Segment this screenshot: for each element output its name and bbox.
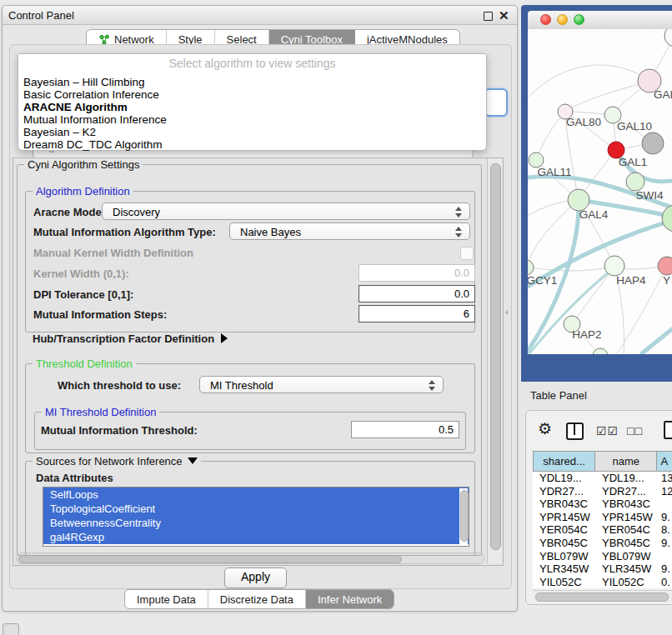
table-cell: YER054C [595,523,658,537]
tab-discretize-data[interactable]: Discretize Data [208,590,306,608]
gear-icon[interactable]: ⚙ [538,421,552,437]
aracne-mode-combobox[interactable]: Discovery [102,202,470,220]
table-row[interactable]: YBR043CYBR043C [533,498,672,511]
table-cell [658,498,672,511]
tab-infer-network[interactable]: Infer Network [306,590,394,608]
table-cell: YLR345W [595,562,658,576]
attribute-list-item[interactable]: SelfLoops [43,488,469,502]
algorithm-option[interactable]: Basic Correlation Inference [22,88,483,101]
float-icon[interactable] [484,12,493,21]
table-cell: YDR27... [533,485,595,498]
dpi-tolerance-field[interactable]: 0.0 [359,285,475,302]
scrollbar-thumb[interactable] [18,555,402,563]
table-cell: 9. [658,562,672,576]
desktop: { "colors": { "selection_blue": "#3d6dd0… [0,0,672,635]
manual-kernel-checkbox[interactable] [460,247,474,260]
network-node[interactable] [664,29,672,47]
close-icon[interactable]: ✕ [499,10,509,20]
node-label: GAL [654,88,672,101]
column-header-name[interactable]: name [595,452,657,471]
table-cell: YDL19... [595,472,658,485]
scrollbar-thumb[interactable] [535,592,669,602]
data-attributes-list[interactable]: SelfLoopsTopologicalCoefficientBetweenne… [43,487,469,547]
table-row[interactable]: YPR145WYPR145W9. [533,511,672,524]
which-threshold-combobox[interactable]: MI Threshold [199,376,444,393]
table-row[interactable]: YER054CYER054C8. [533,523,672,537]
table-cell: 0. [658,576,672,589]
scrollbar-thumb[interactable] [490,163,501,550]
control-panel-titlebar[interactable]: Control Panel ✕ [3,6,517,25]
algorithm-option[interactable]: Bayesian – Hill Climbing [22,76,483,88]
split-columns-icon[interactable] [566,422,584,440]
algorithm-option[interactable]: Dream8 DC_TDC Algorithm [22,138,483,151]
table-row[interactable]: YDL19...YDL19...13 [533,472,672,485]
table-row[interactable]: YBR045CYBR045C9. [533,537,672,550]
column-header-partial[interactable]: A [657,452,672,471]
table-panel-title: Table Panel [530,389,587,402]
table-cell: 12 [658,485,672,498]
settings-vertical-scrollbar[interactable] [487,158,502,563]
attribute-list-item[interactable]: BetweennessCentrality [43,516,469,530]
algorithm-option[interactable]: Mutual Information Inference [22,113,483,126]
mi-threshold-field[interactable]: 0.5 [351,421,459,438]
list-scrollbar[interactable] [459,488,468,545]
table-panel: ⚙ ☑☑ □□ shared... name A YDL19...YDL19..… [525,410,672,605]
combo-spinner-icon [454,207,462,218]
which-threshold-value: MI Threshold [210,379,273,392]
hub-definition-toggle[interactable]: Hub/Transcription Factor Definition [33,332,228,345]
algorithm-option[interactable]: Bayesian – K2 [22,126,483,138]
data-attributes-label: Data Attributes [36,472,113,484]
scrollbar-thumb[interactable] [460,490,469,542]
close-traffic-icon[interactable] [540,14,551,25]
mi-steps-field[interactable]: 6 [359,305,475,322]
table-cell: YBR045C [533,537,595,550]
combo-spinner-icon [454,227,462,238]
algorithm-definition-title: Algorithm Definition [33,185,133,198]
mi-type-combobox[interactable]: Naive Bayes [229,222,470,240]
splitpane-collapse-icon[interactable]: ‹ [505,307,509,317]
mi-threshold-definition-title: MI Threshold Definition [42,406,159,418]
network-node-y[interactable] [658,257,672,275]
cyni-algorithm-settings-title: Cyni Algorithm Settings [24,158,143,171]
table-body: YDL19...YDL19...13YDR27...YDR27...12YBR0… [533,472,672,588]
node-label: GAL11 [537,166,571,178]
network-canvas[interactable]: GALGAL80GAL10GAL1GAL11SWI4GAL4GCY1HAP4YH… [528,29,672,354]
table-cell: YPR145W [595,511,658,524]
deselect-all-icon[interactable]: □□ [627,424,643,438]
network-node-hap4[interactable] [604,256,624,276]
apply-button[interactable]: Apply [224,568,287,588]
attribute-list-item[interactable]: TopologicalCoefficient [43,502,469,516]
kernel-width-label: Kernel Width (0,1): [33,268,129,280]
network-node-swi4[interactable] [626,172,644,191]
control-panel-window: Control Panel ✕ Network Style Select Cyn… [2,5,518,612]
table-horizontal-scrollbar[interactable] [533,590,672,602]
column-header-shared-name[interactable]: shared... [534,452,595,471]
algorithm-option[interactable]: ARACNE Algorithm [22,101,483,113]
table-row[interactable]: YLR345WYLR345W9. [533,562,672,576]
table-row[interactable]: YIL052CYIL052C0. [533,576,672,589]
minimize-traffic-icon[interactable] [557,14,568,25]
minimized-panel-button[interactable] [3,623,19,635]
sources-title[interactable]: Sources for Network Inference [33,455,201,468]
node-label: GAL80 [566,116,601,128]
network-node[interactable] [642,132,664,154]
network-window-titlebar[interactable] [528,11,672,30]
tab-impute-data[interactable]: Impute Data [125,590,208,608]
table-cell: 9. [658,511,672,524]
table-cell: 8. [658,523,672,537]
table-row[interactable]: YBL079WYBL079W [533,550,672,563]
node-label: GCY1 [528,274,557,287]
select-all-icon[interactable]: ☑☑ [596,424,619,438]
attribute-list-item[interactable]: gal4RGexp [43,530,469,544]
table-row[interactable]: YDR27...YDR27...12 [533,485,672,498]
table-cell: YBR045C [595,537,658,550]
network-node-gcy1[interactable] [528,260,534,275]
document-icon[interactable] [664,421,672,439]
network-node[interactable] [662,205,672,232]
manual-kernel-label: Manual Kernel Width Definition [33,247,193,259]
kernel-width-field[interactable]: 0.0 [359,264,475,282]
zoom-traffic-icon[interactable] [574,14,584,25]
algorithm-combobox-fragment[interactable] [484,88,508,117]
network-view-frame: GALGAL80GAL10GAL1GAL11SWI4GAL4GCY1HAP4YH… [521,5,672,382]
table-cell: YBR043C [533,498,595,511]
